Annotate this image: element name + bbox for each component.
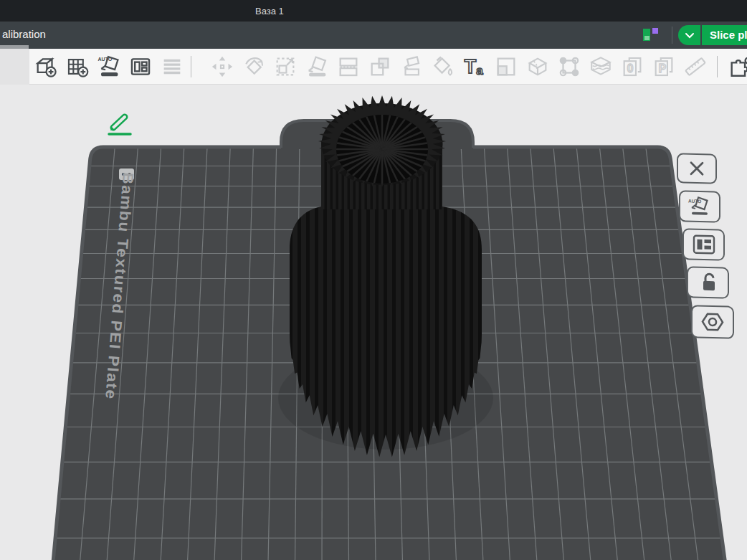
clone-0-icon: 0 [620, 54, 644, 79]
svg-text:T: T [465, 56, 477, 77]
svg-text:AUTO: AUTO [688, 199, 701, 204]
scale-button[interactable] [272, 53, 299, 80]
svg-shape-icon [494, 54, 518, 79]
cut-icon [525, 54, 550, 79]
plate-status-green [643, 29, 650, 41]
top-toolbar: AUTO [0, 49, 747, 85]
slice-dropdown-button[interactable] [678, 25, 700, 45]
support-painting-button[interactable] [398, 53, 425, 80]
lock-plate-button[interactable] [687, 266, 729, 299]
toolbar-divider [717, 56, 718, 77]
tabbar-divider [672, 27, 672, 44]
window-titlebar[interactable]: Ваза 1 [0, 0, 747, 22]
mesh-boolean-button[interactable] [556, 53, 583, 80]
split-objects-icon [336, 54, 361, 79]
svg-text:a: a [476, 64, 483, 77]
cut-button[interactable] [524, 53, 551, 80]
split-to-parts-button[interactable] [366, 53, 394, 80]
tab-edge-decoration [0, 45, 29, 49]
arrange-button[interactable] [127, 53, 154, 80]
text-tool-icon: T a [462, 54, 487, 79]
build-plate-scene[interactable]: Bambu Textured PEI Plate [0, 85, 747, 560]
window-title: Ваза 1 [255, 6, 284, 16]
slice-plate-button[interactable]: Slice plate [702, 25, 747, 45]
text-tool-button[interactable]: T a [461, 53, 488, 80]
svg-text:P: P [659, 62, 666, 75]
assembly-view-button[interactable] [726, 53, 747, 80]
arrange-icon [128, 54, 153, 79]
rotate-icon [242, 54, 266, 79]
svg-text:0: 0 [627, 62, 634, 75]
split-to-objects-button[interactable] [335, 53, 362, 80]
support-painting-icon [399, 54, 424, 79]
layers-list-button[interactable] [158, 53, 186, 80]
auto-orient-plate-button[interactable]: AUTO [679, 190, 720, 223]
tab-calibration[interactable]: alibration [2, 28, 46, 40]
auto-orient-icon: AUTO [97, 54, 121, 79]
scale-icon [273, 54, 298, 79]
split-parts-icon [368, 54, 392, 79]
color-painting-icon [431, 54, 455, 79]
lay-on-face-button[interactable] [303, 53, 330, 80]
add-plate-button[interactable] [64, 53, 91, 80]
variable-layer-icon [589, 54, 613, 79]
edit-plate-name-icon[interactable] [103, 108, 133, 137]
measure-button[interactable] [682, 53, 709, 80]
lay-on-face-icon [305, 54, 329, 79]
clone-0-button[interactable]: 0 [619, 53, 646, 80]
chevron-down-icon [685, 32, 695, 39]
plate-status-purple [652, 28, 658, 34]
layers-list-icon [160, 54, 184, 79]
assembly-puzzle-icon [728, 54, 747, 79]
clone-p-icon: P [652, 54, 676, 79]
svg-shape-button[interactable] [493, 53, 520, 80]
plate-settings-button[interactable] [691, 305, 734, 339]
add-object-button[interactable] [32, 53, 60, 80]
main-tabbar: alibration Slice plate [0, 22, 747, 49]
variable-layer-height-button[interactable] [587, 53, 614, 80]
plate-status-icon[interactable] [643, 28, 659, 42]
mesh-boolean-icon [557, 54, 581, 79]
arrange-plate-button[interactable] [682, 228, 725, 261]
clone-p-button[interactable]: P [650, 53, 677, 80]
move-button[interactable] [209, 53, 236, 80]
toolbar-divider [191, 56, 191, 77]
color-painting-button[interactable] [429, 53, 457, 80]
measure-icon [683, 54, 708, 79]
auto-orient-button[interactable]: AUTO [95, 53, 123, 80]
move-icon [210, 54, 234, 79]
viewport-3d[interactable]: Bambu Textured PEI Plate AUTO [0, 85, 747, 560]
add-plate-icon [65, 54, 90, 79]
delete-plate-button[interactable] [677, 153, 717, 184]
add-cube-icon [34, 54, 58, 79]
rotate-button[interactable] [240, 53, 267, 80]
